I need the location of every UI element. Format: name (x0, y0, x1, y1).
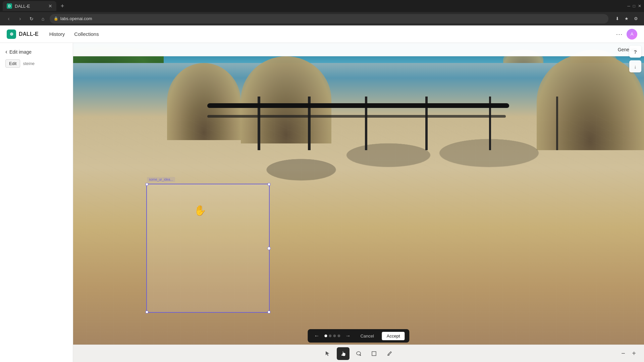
nav-collections[interactable]: Collections (70, 29, 103, 39)
extensions-area: ⬇ ★ ⚙ (613, 15, 640, 23)
more-options-button[interactable]: ⋯ (616, 31, 623, 38)
next-image-button[interactable]: → (343, 331, 352, 340)
app-name: DALL-E (19, 31, 39, 37)
minimize-icon[interactable]: ─ (627, 4, 630, 8)
maximize-icon[interactable]: □ (633, 4, 635, 8)
select-tool-button[interactable] (321, 347, 334, 360)
tab-favicon: D (7, 3, 12, 9)
nav-dots (324, 335, 340, 337)
close-tab-icon[interactable]: ✕ (48, 3, 52, 9)
active-tab[interactable]: D DALL-E ✕ (3, 1, 56, 11)
scene-container: some_ur_idea... ✋ ? ↓ Generate (73, 43, 644, 362)
browser-chrome: D DALL-E ✕ + ─ □ ✕ ‹ › ↻ ⌂ 🔒 labs.openai… (0, 0, 644, 25)
handle-bl[interactable] (146, 311, 148, 313)
tab-bar-controls: ─ □ ✕ (627, 4, 641, 8)
zoom-out-button[interactable]: − (619, 349, 628, 358)
left-panel: ‹ Edit image Edit (0, 43, 73, 362)
ext-bookmark-icon[interactable]: ★ (623, 15, 631, 23)
handle-tl[interactable] (146, 183, 148, 186)
back-arrow-icon: ‹ (5, 48, 7, 55)
prompt-input[interactable] (23, 61, 79, 66)
nav-history[interactable]: History (45, 29, 69, 39)
edit-mode-button[interactable]: Edit (5, 59, 20, 68)
eraser-tool-button[interactable] (383, 347, 396, 360)
frame-tool-button[interactable] (368, 347, 380, 360)
main-canvas[interactable]: some_ur_idea... ✋ ? ↓ Generate (73, 43, 644, 362)
railing-bar-2 (207, 115, 506, 118)
new-tab-button[interactable]: + (58, 1, 67, 11)
generate-button-area: Generate (73, 43, 644, 56)
selection-label: some_ur_idea... (147, 177, 175, 182)
help-icon-button[interactable]: ? (629, 46, 641, 58)
dot-2[interactable] (329, 335, 331, 337)
forward-button[interactable]: › (15, 14, 25, 23)
handle-br[interactable] (268, 311, 270, 313)
logo-icon: ⊕ (7, 29, 16, 39)
ext-puzzle-icon[interactable]: ⚙ (632, 15, 640, 23)
lasso-tool-button[interactable] (352, 347, 365, 360)
address-bar[interactable]: 🔒 labs.openai.com (50, 14, 608, 23)
bottom-tool-bar: − + (73, 345, 644, 362)
handle-mr[interactable] (267, 247, 271, 250)
cursor-hand: ✋ (194, 204, 206, 216)
nav-bar: ‹ › ↻ ⌂ 🔒 labs.openai.com ⬇ ★ ⚙ (0, 12, 644, 25)
app-nav: History Collections (45, 29, 103, 39)
cancel-button[interactable]: Cancel (356, 332, 378, 340)
zoom-controls: − + (619, 349, 639, 358)
selection-box[interactable]: some_ur_idea... ✋ (146, 184, 270, 313)
app-bar-right: ⋯ A (616, 29, 637, 40)
app-logo: ⊕ DALL-E (7, 29, 39, 39)
back-button[interactable]: ‹ (4, 14, 13, 23)
app-bar: ⊕ DALL-E History Collections ⋯ A (0, 25, 644, 43)
edit-image-title: Edit image (9, 49, 32, 55)
close-window-icon[interactable]: ✕ (638, 4, 641, 8)
prev-image-button[interactable]: ← (312, 331, 321, 340)
hand-tool-button[interactable] (337, 347, 350, 360)
user-avatar[interactable]: A (627, 29, 637, 40)
dot-3[interactable] (333, 335, 336, 337)
dot-4[interactable] (337, 335, 340, 337)
edit-toolbar-row: Edit (5, 59, 67, 68)
download-icon-button[interactable]: ↓ (629, 60, 641, 72)
home-button[interactable]: ⌂ (38, 14, 48, 23)
editor-layout: ‹ Edit image Edit (0, 43, 644, 362)
bottom-nav-controls: ← → Cancel Accept (308, 329, 409, 343)
reload-button[interactable]: ↻ (27, 14, 36, 23)
railing-bar (207, 103, 509, 108)
svg-rect-0 (372, 352, 376, 356)
tab-bar: D DALL-E ✕ + ─ □ ✕ (0, 0, 644, 12)
url-text: labs.openai.com (60, 16, 92, 21)
handle-tr[interactable] (268, 183, 270, 186)
right-panel-icons: ? ↓ (629, 46, 641, 72)
post-6 (556, 97, 558, 150)
nav-controls-bar: ← → Cancel Accept (308, 329, 409, 343)
zoom-in-button[interactable]: + (629, 349, 639, 358)
tab-title: DALL-E (15, 4, 30, 9)
ext-download-icon[interactable]: ⬇ (613, 15, 621, 23)
back-to-gallery[interactable]: ‹ Edit image (5, 48, 67, 55)
accept-button[interactable]: Accept (382, 332, 405, 340)
lock-icon: 🔒 (54, 16, 58, 21)
dot-1[interactable] (324, 335, 327, 337)
